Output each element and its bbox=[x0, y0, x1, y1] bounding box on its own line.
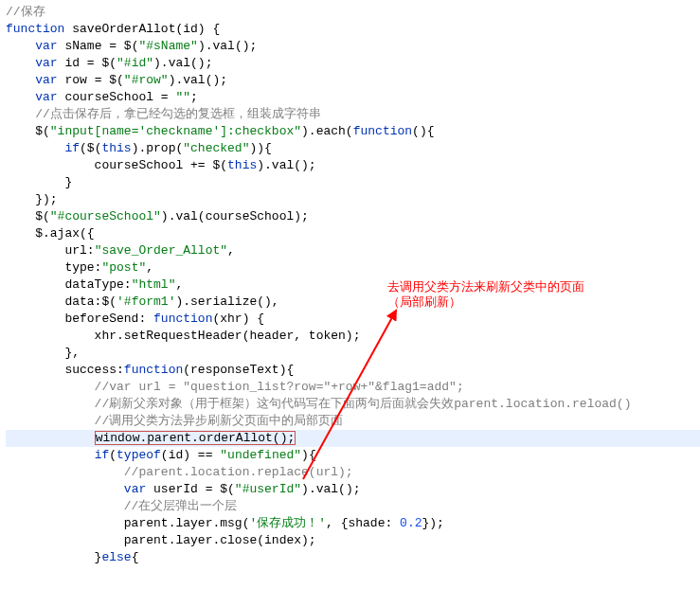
code-line: //点击保存后，拿已经勾选的复选框，组装成字符串 bbox=[6, 107, 321, 121]
code-line: if(typeof(id) == "undefined"){ bbox=[6, 448, 316, 462]
code-line: dataType:"html", bbox=[6, 277, 183, 292]
code-line: parent.layer.close(index); bbox=[6, 533, 316, 547]
code-line: //保存 bbox=[6, 5, 45, 19]
code-line: success:function(responseText){ bbox=[6, 363, 294, 377]
code-line: $("input[name='checkname']:checkbox").ea… bbox=[6, 124, 435, 138]
code-block: //保存 function saveOrderAllot(id) { var s… bbox=[0, 0, 700, 566]
code-line: type:"post", bbox=[6, 260, 153, 275]
code-line: beforeSend: function(xhr) { bbox=[6, 312, 264, 326]
code-line: function saveOrderAllot(id) { bbox=[6, 22, 220, 36]
code-line: //调用父类方法异步刷新父页面中的局部页面 bbox=[6, 414, 343, 428]
highlighted-line: window.parent.orderAllot(); bbox=[6, 430, 700, 447]
boxed-code: window.parent.orderAllot(); bbox=[95, 431, 296, 445]
code-line: var id = $("#id").val(); bbox=[6, 56, 212, 70]
code-line: }, bbox=[6, 346, 80, 360]
code-line: }else{ bbox=[6, 550, 138, 564]
code-line: //在父层弹出一个层 bbox=[6, 499, 237, 513]
code-line: var userId = $("#userId").val(); bbox=[6, 482, 361, 496]
code-line: $("#courseSchool").val(courseSchool); bbox=[6, 209, 309, 223]
code-line: data:$('#form1').serialize(), bbox=[6, 294, 279, 309]
code-line: parent.layer.msg('保存成功！', {shade: 0.2}); bbox=[6, 516, 444, 530]
code-line: courseSchool += $(this).val(); bbox=[6, 158, 316, 172]
code-line: var sName = $("#sName").val(); bbox=[6, 39, 257, 53]
code-line: //var url = "question_list?row="+row+"&f… bbox=[6, 380, 464, 394]
code-line: }); bbox=[6, 192, 58, 206]
annotation-text: 去调用父类方法来刷新父类中的页面 （局部刷新） bbox=[387, 279, 584, 310]
code-line: xhr.setRequestHeader(header, token); bbox=[6, 329, 360, 343]
code-line: } bbox=[6, 175, 72, 189]
code-line: //parent.location.replace(url); bbox=[6, 465, 353, 479]
code-line: if($(this).prop("checked")){ bbox=[6, 141, 272, 155]
code-line: //刷新父亲对象（用于框架）这句代码写在下面两句后面就会失效parent.loc… bbox=[6, 397, 631, 411]
annotation-line1: 去调用父类方法来刷新父类中的页面 bbox=[387, 279, 584, 294]
code-line: var row = $("#row").val(); bbox=[6, 73, 227, 87]
code-line: var courseSchool = ""; bbox=[6, 90, 198, 104]
code-line: url:"save_Order_Allot", bbox=[6, 243, 235, 258]
annotation-line2: （局部刷新） bbox=[387, 294, 461, 309]
code-line: $.ajax({ bbox=[6, 226, 95, 241]
